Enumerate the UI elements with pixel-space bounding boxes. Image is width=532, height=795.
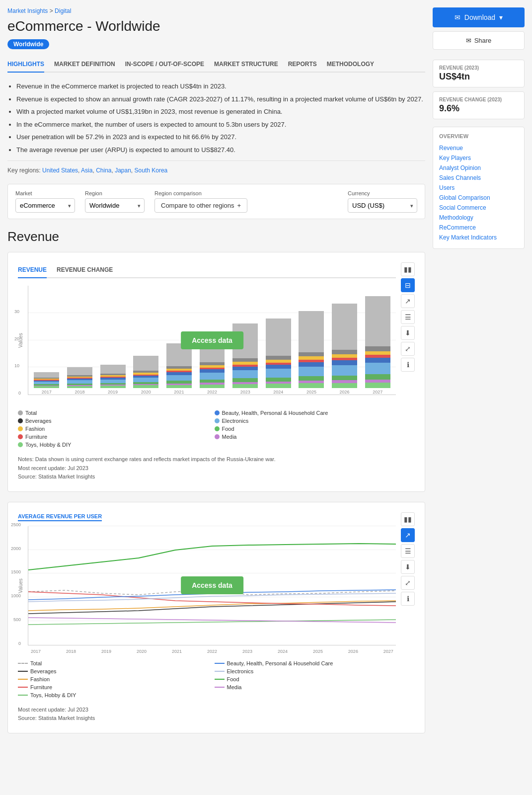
revenue-section-title: Revenue (7, 229, 425, 244)
highlights-section: Revenue in the eCommerce market is proje… (7, 81, 425, 155)
line-chart-button[interactable]: ↗ (401, 294, 415, 308)
sidebar-item-global-comparison[interactable]: Global Comparison (439, 193, 518, 203)
region-select[interactable]: Worldwide (85, 198, 145, 213)
arpu-download-chart-button[interactable]: ⬇ (401, 560, 415, 574)
region-link-china[interactable]: China (96, 167, 111, 174)
download-chart-button[interactable]: ⬇ (401, 326, 415, 340)
revenue-chart-controls: ▮▮ ⊟ ↗ ☰ ⬇ ⤢ ℹ (401, 262, 415, 448)
revenue-change-stat-label: REVENUE CHANGE (2023) (439, 97, 518, 102)
tab-market-structure[interactable]: MARKET STRUCTURE (214, 57, 278, 72)
arpu-line-chart-button[interactable]: ↗ (401, 528, 415, 542)
revenue-stat-value: US$4tn (439, 72, 518, 82)
arpu-chart-notes: Most recent update: Jul 2023 Source: Sta… (18, 706, 415, 723)
list-item: In the eCommerce market, the number of u… (16, 120, 425, 130)
currency-label: Currency (348, 190, 417, 196)
highlights-list: Revenue in the eCommerce market is proje… (7, 81, 425, 155)
region-link-japan[interactable]: Japan (115, 167, 131, 174)
revenue-chart-notes: Notes: Data shown is using current excha… (18, 455, 415, 481)
download-icon: ✉ (455, 13, 460, 21)
sidebar: ✉ Download ▾ ✉ Share REVENUE (2023) US$4… (433, 7, 525, 743)
currency-filter: Currency USD (US$) (348, 190, 417, 213)
access-data-button-arpu[interactable]: Access data (181, 576, 243, 594)
expand-chart-button[interactable]: ⤢ (401, 342, 415, 356)
region-link-south-korea[interactable]: South Korea (135, 167, 168, 174)
revenue-chart-card: REVENUE REVENUE CHANGE Values 30 20 (7, 252, 425, 492)
region-compare-label: Region comparison (154, 190, 247, 196)
stacked-chart-button[interactable]: ⊟ (401, 278, 415, 292)
market-label: Market (15, 190, 75, 196)
sidebar-item-key-market-indicators[interactable]: Key Market Indicators (439, 233, 518, 242)
breadcrumb-separator: > (50, 7, 55, 14)
region-label: Region (85, 190, 145, 196)
region-link-asia[interactable]: Asia (81, 167, 92, 174)
key-regions: Key regions: United States, Asia, China,… (7, 167, 425, 174)
arpu-legend: Total Beauty, Health, Personal & Househo… (18, 660, 396, 698)
region-badge: Worldwide (7, 39, 49, 49)
tab-market-definition[interactable]: MARKET DEFINITION (54, 57, 115, 72)
sidebar-item-methodology[interactable]: Methodology (439, 213, 518, 223)
currency-select[interactable]: USD (US$) (348, 198, 417, 213)
access-data-button-revenue[interactable]: Access data (181, 331, 243, 349)
list-item: With a projected market volume of US$1,3… (16, 107, 425, 117)
filter-bar: Market eCommerce Region Worldwide Region… (7, 184, 425, 219)
list-item: Revenue in the eCommerce market is proje… (16, 81, 425, 91)
arpu-y-axis-label: Values (18, 526, 28, 645)
market-select[interactable]: eCommerce (15, 198, 75, 213)
breadcrumb-market-insights[interactable]: Market Insights (7, 7, 48, 14)
revenue-legend: Total Beauty, Health, Personal & Househo… (18, 410, 396, 448)
region-compare-filter: Region comparison Compare to other regio… (154, 190, 247, 213)
tab-reports[interactable]: REPORTS (288, 57, 317, 72)
arpu-info-chart-button[interactable]: ℹ (401, 592, 415, 606)
revenue-change-stat-value: 9.6% (439, 103, 518, 114)
market-filter: Market eCommerce (15, 190, 75, 213)
revenue-chart-with-controls: REVENUE REVENUE CHANGE Values 30 20 (18, 262, 415, 448)
arpu-chart-card: AVERAGE REVENUE PER USER Values 2500 200… (7, 502, 425, 733)
sidebar-item-analyst-opinion[interactable]: Analyst Opinion (439, 163, 518, 173)
overview-title: OVERVIEW (439, 133, 518, 139)
sidebar-item-sales-channels[interactable]: Sales Channels (439, 173, 518, 183)
tab-methodology[interactable]: METHODOLOGY (327, 57, 374, 72)
sidebar-item-revenue[interactable]: Revenue (439, 143, 518, 153)
tab-revenue-change[interactable]: REVENUE CHANGE (57, 262, 113, 277)
share-button[interactable]: ✉ Share (433, 31, 525, 50)
region-filter: Region Worldwide (85, 190, 145, 213)
table-chart-button[interactable]: ☰ (401, 310, 415, 324)
compare-regions-button[interactable]: Compare to other regions + (154, 198, 247, 213)
y-axis-label: Values (18, 286, 28, 395)
arpu-chart-controls: ▮▮ ↗ ☰ ⬇ ⤢ ℹ (401, 512, 415, 698)
revenue-chart-tabs: REVENUE REVENUE CHANGE (18, 262, 396, 278)
dropdown-arrow-icon: ▾ (499, 13, 503, 21)
list-item: The average revenue per user (ARPU) is e… (16, 145, 425, 155)
bar-chart-button[interactable]: ▮▮ (401, 262, 415, 276)
tab-revenue[interactable]: REVENUE (18, 262, 47, 278)
list-item: User penetration will be 57.2% in 2023 a… (16, 132, 425, 142)
download-button[interactable]: ✉ Download ▾ (433, 7, 525, 27)
page-title: eCommerce - Worldwide (7, 18, 425, 34)
sidebar-item-social-commerce[interactable]: Social Commerce (439, 203, 518, 213)
nav-tabs: HIGHLIGHTS MARKET DEFINITION IN-SCOPE / … (7, 57, 425, 73)
revenue-stat-label: REVENUE (2023) (439, 65, 518, 71)
arpu-bar-chart-button[interactable]: ▮▮ (401, 512, 415, 526)
arpu-chart-with-controls: AVERAGE REVENUE PER USER Values 2500 200… (18, 512, 415, 698)
revenue-stat-card: REVENUE (2023) US$4tn (433, 60, 525, 87)
list-item: Revenue is expected to show an annual gr… (16, 94, 425, 104)
overview-nav: OVERVIEW Revenue Key Players Analyst Opi… (433, 127, 525, 249)
sidebar-item-recommerce[interactable]: ReCommerce (439, 223, 518, 233)
share-icon: ✉ (466, 37, 471, 44)
info-chart-button[interactable]: ℹ (401, 358, 415, 372)
arpu-title: AVERAGE REVENUE PER USER (18, 513, 102, 521)
arpu-expand-chart-button[interactable]: ⤢ (401, 576, 415, 590)
breadcrumb: Market Insights > Digital (7, 7, 425, 14)
arpu-table-chart-button[interactable]: ☰ (401, 544, 415, 558)
tab-in-scope[interactable]: IN-SCOPE / OUT-OF-SCOPE (125, 57, 204, 72)
sidebar-item-users[interactable]: Users (439, 183, 518, 193)
revenue-change-stat-card: REVENUE CHANGE (2023) 9.6% (433, 91, 525, 119)
region-link-us[interactable]: United States (42, 167, 78, 174)
sidebar-item-key-players[interactable]: Key Players (439, 153, 518, 163)
sidebar-actions: ✉ Download ▾ ✉ Share (433, 7, 525, 50)
tab-highlights[interactable]: HIGHLIGHTS (7, 57, 44, 73)
breadcrumb-digital[interactable]: Digital (55, 7, 71, 14)
